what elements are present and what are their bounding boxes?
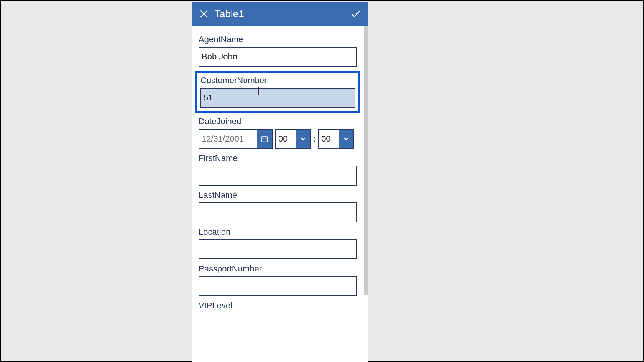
form-body: AgentName CustomerNumber DateJoined: [192, 26, 364, 315]
minute-value: 00: [319, 130, 339, 148]
form-window: Table1 AgentName CustomerNumber DateJoi: [192, 2, 368, 362]
hour-value: 00: [276, 130, 296, 148]
first-name-label: FirstName: [199, 153, 357, 163]
customer-number-label: CustomerNumber: [200, 76, 355, 86]
app-stage: Table1 AgentName CustomerNumber DateJoi: [0, 0, 644, 362]
close-button[interactable]: [196, 6, 212, 21]
close-icon: [199, 9, 209, 19]
passport-number-field: PassportNumber: [199, 264, 357, 296]
last-name-field: LastName: [199, 190, 357, 222]
location-input[interactable]: [199, 239, 357, 259]
hour-select[interactable]: 00: [275, 129, 311, 149]
agent-name-field: AgentName: [199, 35, 357, 67]
scrollbar-track[interactable]: [364, 26, 368, 362]
chevron-down-icon: [342, 135, 350, 143]
agent-name-label: AgentName: [199, 35, 357, 44]
date-picker-input[interactable]: [199, 130, 257, 148]
date-joined-label: DateJoined: [199, 117, 357, 127]
customer-number-input[interactable]: [200, 88, 355, 108]
agent-name-input[interactable]: [199, 47, 357, 67]
time-separator: :: [314, 129, 316, 149]
minute-dropdown-button[interactable]: [339, 130, 353, 148]
date-joined-row: 00 : 00: [199, 129, 357, 149]
location-label: Location: [199, 227, 357, 237]
first-name-input[interactable]: [199, 166, 357, 186]
first-name-field: FirstName: [199, 153, 357, 186]
location-field: Location: [199, 227, 357, 259]
vip-level-label: VIPLevel: [199, 301, 357, 311]
page-title: Table1: [212, 8, 348, 20]
calendar-icon: [261, 135, 268, 143]
chevron-down-icon: [299, 135, 307, 143]
form-scroll-area: AgentName CustomerNumber DateJoined: [192, 26, 368, 362]
date-picker-button[interactable]: [257, 130, 272, 148]
scrollbar-thumb[interactable]: [364, 26, 368, 295]
minute-select[interactable]: 00: [318, 129, 354, 149]
date-joined-field: DateJoined: [199, 117, 357, 149]
passport-number-label: PassportNumber: [199, 264, 357, 274]
date-picker: [199, 129, 273, 149]
hour-dropdown-button[interactable]: [296, 130, 310, 148]
customer-number-field: CustomerNumber: [196, 71, 360, 113]
passport-number-input[interactable]: [199, 276, 357, 296]
svg-rect-2: [262, 137, 268, 142]
submit-button[interactable]: [348, 6, 363, 21]
titlebar: Table1: [192, 2, 368, 26]
check-icon: [350, 8, 361, 20]
last-name-label: LastName: [199, 190, 357, 200]
last-name-input[interactable]: [199, 202, 357, 222]
vip-level-field: VIPLevel: [199, 301, 357, 311]
